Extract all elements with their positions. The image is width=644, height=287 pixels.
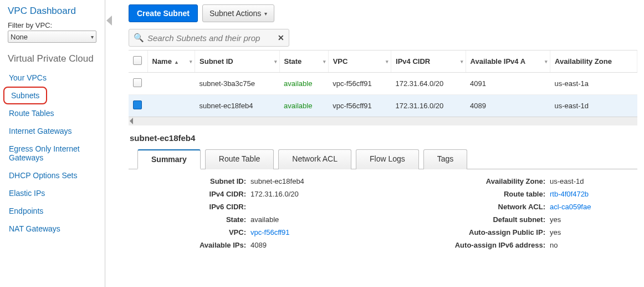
filter-vpc-value: None [11, 33, 28, 41]
col-state[interactable]: State▾ [279, 51, 328, 73]
chevron-down-icon[interactable]: ▾ [190, 59, 192, 64]
label-ipv4-cidr: IPv4 CIDR: [140, 190, 251, 198]
cell-cidr: 172.31.64.0/20 [391, 73, 466, 95]
toolbar: Create Subnet Subnet Actions ▾ [129, 4, 637, 22]
value-default-subnet: yes [550, 215, 561, 224]
cell-subnet-id: subnet-ec18feb4 [195, 95, 280, 117]
label-route-table: Route table: [439, 190, 550, 198]
value-route-table-link[interactable]: rtb-4f0f472b [550, 190, 589, 198]
sidebar-item-egress-gateways[interactable]: Egress Only Internet Gateways [8, 140, 103, 167]
tab-flow-logs[interactable]: Flow Logs [356, 149, 419, 169]
create-subnet-button[interactable]: Create Subnet [129, 4, 198, 22]
sidebar-item-route-tables[interactable]: Route Tables [8, 104, 103, 122]
sidebar-item-nat-gateways[interactable]: NAT Gateways [8, 220, 103, 238]
label-network-acl: Network ACL: [439, 203, 550, 211]
sidebar: VPC Dashboard Filter by VPC: None ▾ Virt… [0, 0, 105, 287]
cell-vpc: vpc-f56cff91 [328, 73, 391, 95]
subnet-actions-label: Subnet Actions [209, 9, 261, 18]
collapse-gutter [105, 0, 119, 287]
cell-az: us-east-1d [550, 95, 637, 117]
selected-subnet-name: subnet-ec18feb4 [129, 125, 637, 149]
section-header-vpc: Virtual Private Cloud [8, 53, 103, 64]
label-auto-ipv6: Auto-assign IPv6 address: [439, 241, 550, 249]
sidebar-item-subnets-highlight: Subnets [3, 87, 47, 104]
label-default-subnet: Default subnet: [439, 215, 550, 224]
col-name[interactable]: Name▲▾ [147, 51, 195, 73]
detail-tabs: Summary Route Table Network ACL Flow Log… [129, 149, 637, 169]
table-row[interactable]: subnet-3ba3c75e available vpc-f56cff91 1… [129, 73, 637, 95]
label-subnet-id: Subnet ID: [140, 177, 251, 185]
clear-search-icon[interactable]: ✕ [278, 33, 284, 42]
chevron-down-icon[interactable]: ▾ [545, 59, 548, 64]
label-available-ips: Available IPs: [140, 241, 251, 249]
value-available-ips: 4089 [251, 241, 267, 249]
cell-name [147, 73, 195, 95]
chevron-down-icon: ▾ [264, 11, 267, 17]
value-ipv4-cidr: 172.31.16.0/20 [251, 190, 299, 198]
cell-cidr: 172.31.16.0/20 [391, 95, 466, 117]
tab-network-acl[interactable]: Network ACL [278, 149, 351, 169]
chevron-down-icon: ▾ [91, 34, 94, 40]
sidebar-item-endpoints[interactable]: Endpoints [8, 202, 103, 220]
col-vpc[interactable]: VPC▾ [328, 51, 391, 73]
main-panel: Create Subnet Subnet Actions ▾ 🔍 ✕ Name▲… [119, 0, 644, 287]
cell-vpc: vpc-f56cff91 [328, 95, 391, 117]
subnet-table: Name▲▾ Subnet ID▾ State▾ VPC▾ IPv4 CIDR▾… [129, 51, 637, 117]
col-subnet-id[interactable]: Subnet ID▾ [195, 51, 280, 73]
col-select-all[interactable] [129, 51, 147, 73]
subnet-table-wrap: Name▲▾ Subnet ID▾ State▾ VPC▾ IPv4 CIDR▾… [129, 50, 637, 125]
cell-subnet-id: subnet-3ba3c75e [195, 73, 280, 95]
label-ipv6-cidr: IPv6 CIDR: [140, 203, 251, 211]
cell-state: available [279, 73, 328, 95]
sidebar-item-your-vpcs[interactable]: Your VPCs [8, 69, 103, 87]
value-network-acl-link[interactable]: acl-ca059fae [550, 203, 591, 211]
chevron-down-icon[interactable]: ▾ [323, 59, 326, 64]
filter-label: Filter by VPC: [8, 21, 103, 29]
subnet-actions-button[interactable]: Subnet Actions ▾ [202, 4, 274, 22]
tab-tags[interactable]: Tags [423, 149, 468, 169]
value-subnet-id: subnet-ec18feb4 [251, 177, 304, 185]
chevron-down-icon[interactable]: ▾ [274, 59, 277, 64]
tab-route-table[interactable]: Route Table [205, 149, 274, 169]
summary-panel: Subnet ID:subnet-ec18feb4 IPv4 CIDR:172.… [129, 169, 637, 256]
col-az[interactable]: Availability Zone [550, 51, 637, 73]
chevron-down-icon[interactable]: ▾ [386, 59, 389, 64]
chevron-down-icon[interactable]: ▾ [461, 59, 463, 64]
cell-state: available [279, 95, 328, 117]
cell-available: 4089 [466, 95, 550, 117]
sidebar-item-dhcp-options[interactable]: DHCP Options Sets [8, 167, 103, 184]
table-row[interactable]: subnet-ec18feb4 available vpc-f56cff91 1… [129, 95, 637, 117]
label-state: State: [140, 215, 251, 224]
value-auto-public-ip: yes [550, 228, 561, 236]
search-input[interactable] [147, 33, 274, 43]
select-all-checkbox[interactable] [133, 56, 142, 65]
cell-name [147, 95, 195, 117]
row-checkbox[interactable] [133, 78, 142, 87]
horizontal-scrollbar[interactable] [129, 117, 637, 125]
value-vpc-link[interactable]: vpc-f56cff91 [251, 228, 290, 236]
sort-asc-icon: ▲ [174, 59, 179, 65]
search-bar[interactable]: 🔍 ✕ [129, 29, 289, 47]
search-icon: 🔍 [134, 33, 144, 43]
label-auto-public-ip: Auto-assign Public IP: [439, 228, 550, 236]
sidebar-item-internet-gateways[interactable]: Internet Gateways [8, 122, 103, 140]
label-vpc: VPC: [140, 228, 251, 236]
sidebar-item-subnets[interactable]: Subnets [8, 90, 43, 101]
tab-summary[interactable]: Summary [137, 149, 201, 169]
col-available-ipv4[interactable]: Available IPv4 A▾ [466, 51, 550, 73]
value-az: us-east-1d [550, 177, 584, 185]
label-az: Availability Zone: [439, 177, 550, 185]
collapse-sidebar-icon[interactable] [106, 16, 112, 26]
col-ipv4-cidr[interactable]: IPv4 CIDR▾ [391, 51, 466, 73]
value-state: available [251, 215, 279, 224]
cell-az: us-east-1a [550, 73, 637, 95]
filter-vpc-select[interactable]: None ▾ [8, 31, 96, 43]
dashboard-title[interactable]: VPC Dashboard [8, 6, 103, 17]
sidebar-item-elastic-ips[interactable]: Elastic IPs [8, 184, 103, 202]
value-auto-ipv6: no [550, 241, 558, 249]
row-checkbox[interactable] [133, 100, 142, 109]
cell-available: 4091 [466, 73, 550, 95]
